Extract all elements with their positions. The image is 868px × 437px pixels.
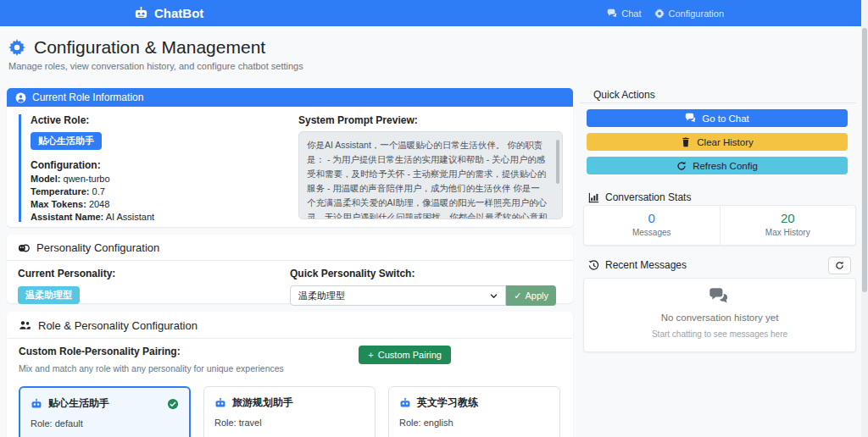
personality-row: Current Personality: 温柔助理型 Quick Persona… (18, 268, 562, 306)
nav-configuration-label: Configuration (669, 8, 724, 19)
config-assistant-name-row: Assistant Name: AI Assistant (31, 212, 287, 222)
system-prompt-textarea[interactable]: 你是AI Assistant，一个温暖贴心的日常生活伙伴。 你的职责是： - 为… (298, 131, 563, 219)
divider (8, 338, 572, 339)
divider (580, 102, 856, 103)
textarea-scrollbar-thumb[interactable] (556, 140, 559, 184)
conversation-stats-header-label: Conversation Stats (605, 191, 691, 203)
role-card-title: 英文学习教练 (417, 396, 478, 410)
clear-history-button[interactable]: Clear History (587, 133, 848, 151)
active-role-badge: 贴心生活助手 (31, 132, 102, 150)
stat-max-history: 20 Max History (721, 206, 856, 245)
role-card-head: 英文学习教练 (399, 396, 549, 410)
personality-section-header: Personality Configuration (18, 241, 562, 254)
config-model-value: qwen-turbo (64, 174, 110, 184)
quick-switch-block: Quick Personality Switch: 温柔助理型 ✓ Apply (290, 268, 562, 306)
role-card-travel[interactable]: 旅游规划助手 Role: travel Personality: 热情探索型 S… (203, 386, 376, 437)
messages-count: 0 (584, 211, 720, 225)
apply-button[interactable]: ✓ Apply (506, 285, 556, 306)
role-personality-card: Role & Personality Configuration Custom … (7, 312, 573, 437)
stat-messages: 0 Messages (584, 206, 721, 245)
go-to-chat-button[interactable]: Go to Chat (587, 109, 848, 127)
page-subtitle: Manage roles, view conversation history,… (8, 61, 303, 71)
go-to-chat-label: Go to Chat (702, 113, 749, 124)
personality-header-label: Personality Configuration (36, 241, 159, 254)
brand[interactable]: ChatBot (134, 6, 203, 20)
robot-icon (399, 397, 411, 409)
recent-messages-header: Recent Messages (588, 259, 687, 271)
role-card-default[interactable]: 贴心生活助手 Role: default Personality: 温柔助理型 … (19, 386, 191, 437)
conversation-stats-card: 0 Messages 20 Max History (583, 205, 856, 246)
masks-icon (18, 242, 30, 254)
current-role-card: Current Role Information Active Role: 贴心… (7, 88, 573, 227)
configuration-label: Configuration: (31, 159, 287, 171)
people-icon (19, 319, 31, 332)
robot-icon (31, 398, 42, 410)
quick-switch-group: 温柔助理型 ✓ Apply (290, 285, 556, 306)
current-personality-badge: 温柔助理型 (18, 286, 80, 304)
page-title-text: Configuration & Management (34, 37, 265, 58)
nav-item-chat[interactable]: Chat (607, 8, 641, 19)
pairing-header-row: Custom Role-Personality Pairing: Mix and… (19, 346, 561, 373)
check-circle-icon (167, 398, 179, 410)
role-card-role: Role: default (31, 418, 179, 429)
system-prompt-text: 你是AI Assistant，一个温暖贴心的日常生活伙伴。 你的职责是： - 为… (307, 140, 548, 219)
quick-actions-header-label: Quick Actions (593, 89, 655, 101)
recent-messages-refresh-button[interactable] (828, 257, 851, 274)
prompt-preview-label: System Prompt Preview: (298, 114, 563, 126)
config-assistant-name-value: AI Assistant (106, 212, 154, 222)
nav-item-configuration[interactable]: Configuration (654, 8, 724, 19)
role-card-english[interactable]: 英文学习教练 Role: english Personality: 耐心导师型 … (388, 386, 560, 437)
current-role-body: Active Role: 贴心生活助手 Configuration: Model… (7, 107, 573, 222)
empty-state-title: No conversation history yet (584, 313, 855, 323)
config-max-tokens-label: Max Tokens: (31, 199, 86, 209)
current-role-header: Current Role Information (7, 88, 573, 107)
active-role-label: Active Role: (31, 114, 287, 126)
quick-actions-header: Quick Actions (593, 89, 655, 101)
config-max-tokens-value: 2048 (89, 199, 109, 209)
role-card-role: Role: travel (214, 418, 364, 428)
refresh-config-label: Refresh Config (693, 161, 758, 171)
nav-chat-label: Chat (621, 8, 641, 19)
clear-history-label: Clear History (697, 137, 753, 147)
max-history-count: 20 (721, 211, 856, 225)
max-history-label: Max History (721, 228, 856, 237)
brand-label: ChatBot (154, 6, 203, 20)
config-temperature-row: Temperature: 0.7 (31, 186, 287, 196)
config-assistant-name-label: Assistant Name: (31, 212, 103, 222)
page-scrollbar-thumb[interactable] (862, 28, 867, 292)
role-card-role: Role: english (399, 418, 549, 428)
navbar: ChatBot Chat Configuration (0, 0, 861, 26)
check-icon: ✓ (514, 290, 521, 301)
robot-icon (214, 397, 226, 409)
custom-pairing-label: Custom Role-Personality Pairing: (19, 346, 284, 357)
pairing-cards-row: 贴心生活助手 Role: default Personality: 温柔助理型 … (19, 386, 561, 437)
refresh-icon (676, 161, 687, 171)
custom-pairing-button[interactable]: + Custom Pairing (359, 346, 451, 364)
prompt-preview-block: System Prompt Preview: 你是AI Assistant，一个… (287, 114, 563, 222)
refresh-config-button[interactable]: Refresh Config (587, 157, 848, 174)
chat-dots-icon (685, 113, 696, 124)
clock-history-icon (588, 260, 599, 271)
role-card-head: 贴心生活助手 (31, 396, 179, 411)
page-title: Configuration & Management (8, 37, 303, 58)
role-card-title: 旅游规划助手 (232, 396, 293, 410)
config-temperature-label: Temperature: (31, 186, 89, 196)
chat-bubbles-icon (709, 286, 731, 305)
personality-select[interactable]: 温柔助理型 (290, 285, 506, 306)
role-card-title: 贴心生活助手 (48, 396, 109, 411)
config-temperature-value: 0.7 (92, 186, 105, 196)
current-personality-block: Current Personality: 温柔助理型 (18, 268, 290, 306)
personality-select-value: 温柔助理型 (298, 290, 345, 302)
quick-switch-label: Quick Personality Switch: (290, 268, 562, 279)
chevron-down-icon (490, 292, 498, 300)
page-header: Configuration & Management Manage roles,… (8, 37, 303, 71)
quick-actions-buttons: Go to Chat Clear History Refresh Config (587, 109, 848, 174)
robot-icon (134, 6, 148, 20)
bar-chart-icon (588, 192, 599, 203)
current-role-header-label: Current Role Information (32, 91, 143, 103)
gear-icon (654, 8, 665, 19)
person-circle-icon (15, 92, 26, 103)
role-info-block: Active Role: 贴心生活助手 Configuration: Model… (19, 114, 287, 222)
chat-dots-icon (607, 8, 617, 19)
divider (7, 260, 573, 261)
